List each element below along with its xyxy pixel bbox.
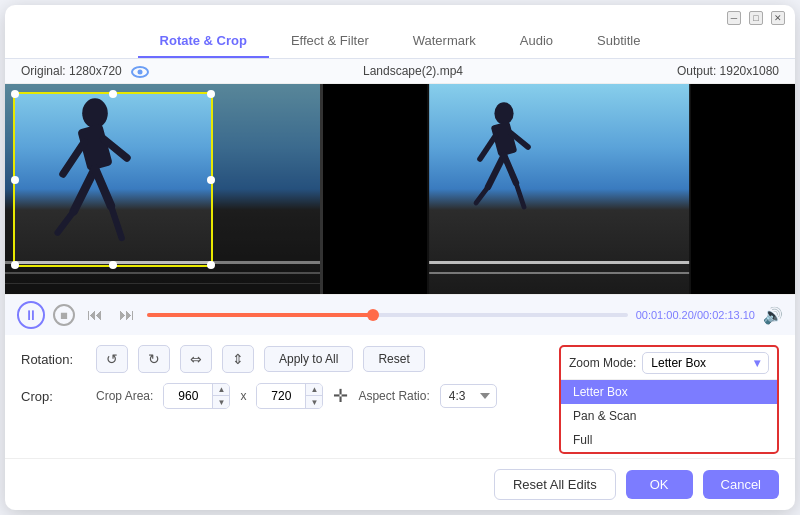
move-icon[interactable]: ✛ <box>333 385 348 407</box>
eye-icon[interactable] <box>131 66 149 78</box>
pause-button[interactable]: ⏸ <box>17 301 45 329</box>
height-spinners: ▲ ▼ <box>305 384 322 408</box>
title-bar: ─ □ ✕ <box>5 5 795 25</box>
dimension-separator: x <box>240 389 246 403</box>
crop-label: Crop: <box>21 389 86 404</box>
progress-thumb[interactable] <box>367 309 379 321</box>
original-resolution: Original: 1280x720 <box>21 64 149 78</box>
video-right-panel <box>323 84 795 294</box>
crop-handle-top-mid[interactable] <box>109 90 117 98</box>
reset-button[interactable]: Reset <box>363 346 424 372</box>
tab-audio[interactable]: Audio <box>498 25 575 58</box>
video-preview-area <box>5 84 795 294</box>
main-window: ─ □ ✕ Rotate & Crop Effect & Filter Wate… <box>5 5 795 510</box>
tab-subtitle[interactable]: Subtitle <box>575 25 662 58</box>
zoom-mode-value: Letter Box <box>651 356 706 370</box>
zoom-option-pan-scan[interactable]: Pan & Scan <box>561 404 777 428</box>
svg-line-12 <box>476 187 488 203</box>
flip-horizontal-button[interactable]: ⇔ <box>180 345 212 373</box>
svg-line-11 <box>504 155 516 183</box>
zoom-options-list: Letter Box Pan & Scan Full <box>561 379 777 452</box>
time-display: 00:01:00.20/00:02:13.10 <box>636 309 755 321</box>
aspect-ratio-select[interactable]: 4:3 16:9 1:1 Free <box>440 384 497 408</box>
video-left-panel <box>5 84 320 294</box>
flip-h-icon: ⇔ <box>190 351 202 367</box>
crop-handle-bottom-right[interactable] <box>207 261 215 269</box>
crop-handle-mid-right[interactable] <box>207 176 215 184</box>
minimize-button[interactable]: ─ <box>727 11 741 25</box>
flip-v-icon: ⇕ <box>232 351 244 367</box>
letterbox-left <box>323 84 427 294</box>
volume-button[interactable]: 🔊 <box>763 306 783 325</box>
flip-vertical-button[interactable]: ⇕ <box>222 345 254 373</box>
width-increment-button[interactable]: ▲ <box>213 384 229 396</box>
crop-overlay[interactable] <box>13 92 213 267</box>
crop-handle-top-left[interactable] <box>11 90 19 98</box>
close-button[interactable]: ✕ <box>771 11 785 25</box>
next-button[interactable]: ⏭ <box>115 304 139 326</box>
height-decrement-button[interactable]: ▼ <box>306 396 322 408</box>
road-line-r2 <box>429 272 689 274</box>
bottom-bar: Reset All Edits OK Cancel <box>5 458 795 510</box>
rotate-left-icon: ↺ <box>106 351 118 367</box>
tab-bar: Rotate & Crop Effect & Filter Watermark … <box>5 25 795 59</box>
rotation-label: Rotation: <box>21 352 86 367</box>
road-line-3 <box>5 283 320 284</box>
crop-handle-mid-left[interactable] <box>11 176 19 184</box>
svg-line-14 <box>480 135 496 159</box>
stop-button[interactable]: ⏹ <box>53 304 75 326</box>
progress-fill <box>147 313 373 317</box>
tab-effect-filter[interactable]: Effect & Filter <box>269 25 391 58</box>
filename: Landscape(2).mp4 <box>363 64 463 78</box>
chevron-down-icon: ▾ <box>754 356 760 370</box>
height-increment-button[interactable]: ▲ <box>306 384 322 396</box>
zoom-mode-dropdown: Zoom Mode: Letter Box ▾ Letter Box Pan &… <box>559 345 779 454</box>
rotate-right-icon: ↻ <box>148 351 160 367</box>
crop-handle-top-right[interactable] <box>207 90 215 98</box>
ok-button[interactable]: OK <box>626 470 693 499</box>
svg-line-13 <box>516 183 524 207</box>
zoom-mode-label: Zoom Mode: <box>569 356 636 370</box>
crop-height-input[interactable] <box>257 385 305 407</box>
road-line-r1 <box>429 261 689 264</box>
svg-line-10 <box>488 155 504 187</box>
crop-area-label: Crop Area: <box>96 389 153 403</box>
crop-height-input-group: ▲ ▼ <box>256 383 323 409</box>
crop-row: Crop: Crop Area: ▲ ▼ x ▲ ▼ ✛ Aspect <box>21 383 779 409</box>
zoom-option-letter-box[interactable]: Letter Box <box>561 380 777 404</box>
tab-watermark[interactable]: Watermark <box>391 25 498 58</box>
stop-icon: ⏹ <box>59 310 69 321</box>
output-resolution: Output: 1920x1080 <box>677 64 779 78</box>
controls-section: Rotation: ↺ ↻ ⇔ ⇕ Apply to All Reset Cro… <box>5 335 795 415</box>
rotate-right-button[interactable]: ↻ <box>138 345 170 373</box>
crop-handle-bottom-mid[interactable] <box>109 261 117 269</box>
pause-icon: ⏸ <box>24 307 38 323</box>
zoom-mode-select[interactable]: Letter Box ▾ <box>642 352 769 374</box>
width-spinners: ▲ ▼ <box>212 384 229 408</box>
maximize-button[interactable]: □ <box>749 11 763 25</box>
aspect-ratio-label: Aspect Ratio: <box>358 389 429 403</box>
crop-width-input[interactable] <box>164 385 212 407</box>
letterbox-right <box>691 84 795 294</box>
tab-rotate-crop[interactable]: Rotate & Crop <box>138 25 269 58</box>
reset-all-edits-button[interactable]: Reset All Edits <box>494 469 616 500</box>
crop-handle-bottom-left[interactable] <box>11 261 19 269</box>
road-line-2 <box>5 272 320 274</box>
zoom-mode-header-row: Zoom Mode: Letter Box ▾ <box>561 347 777 379</box>
playback-bar: ⏸ ⏹ ⏮ ⏭ 00:01:00.20/00:02:13.10 🔊 <box>5 294 795 335</box>
info-bar: Original: 1280x720 Landscape(2).mp4 Outp… <box>5 59 795 84</box>
width-decrement-button[interactable]: ▼ <box>213 396 229 408</box>
progress-track[interactable] <box>147 313 628 317</box>
skater-silhouette-right <box>464 94 544 224</box>
rotate-left-button[interactable]: ↺ <box>96 345 128 373</box>
svg-point-8 <box>495 102 514 124</box>
apply-to-all-button[interactable]: Apply to All <box>264 346 353 372</box>
video-background-left <box>5 84 320 294</box>
cancel-button[interactable]: Cancel <box>703 470 779 499</box>
zoom-option-full[interactable]: Full <box>561 428 777 452</box>
prev-button[interactable]: ⏮ <box>83 304 107 326</box>
crop-width-input-group: ▲ ▼ <box>163 383 230 409</box>
